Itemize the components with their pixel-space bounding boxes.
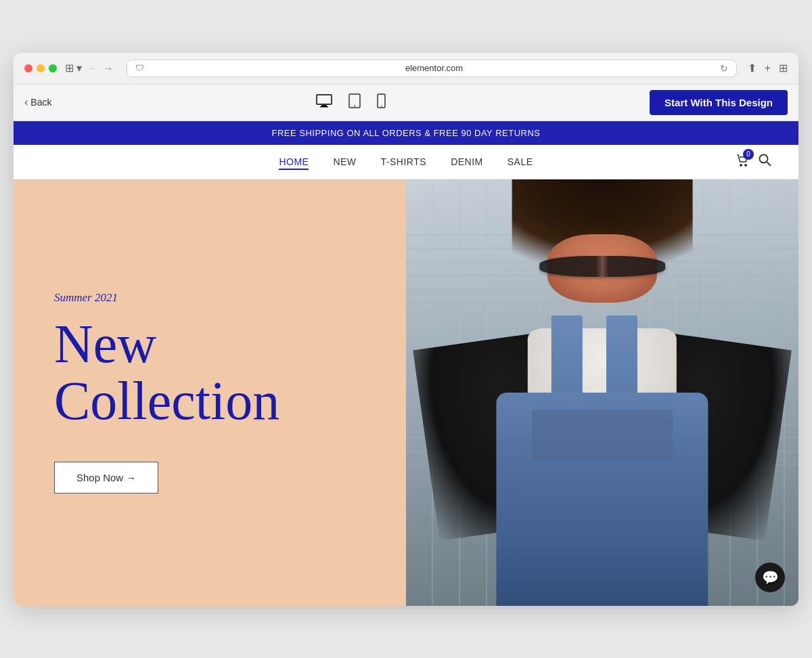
browser-actions: ⬆ + ⊞ bbox=[748, 62, 788, 74]
browser-chrome: ⊞ ▾ ← → 🛡 elementor.com ↻ ⬆ + ⊞ bbox=[14, 53, 798, 85]
nav-item-sale[interactable]: SALE bbox=[508, 156, 533, 168]
sunglasses-layer bbox=[539, 256, 665, 278]
nav-icons: 0 bbox=[735, 153, 771, 171]
svg-point-6 bbox=[380, 105, 382, 106]
model-image bbox=[406, 179, 798, 606]
start-design-button[interactable]: Start With This Design bbox=[650, 90, 788, 115]
back-label: Back bbox=[30, 97, 51, 108]
minimize-dot[interactable] bbox=[37, 64, 45, 72]
close-dot[interactable] bbox=[24, 64, 32, 72]
svg-rect-0 bbox=[317, 95, 332, 104]
nav-item-home[interactable]: HOME bbox=[279, 156, 309, 168]
chat-icon: 💬 bbox=[762, 569, 779, 586]
denim-pocket bbox=[532, 410, 673, 461]
svg-point-8 bbox=[745, 164, 746, 165]
cart-icon-wrapper[interactable]: 0 bbox=[735, 153, 750, 171]
chat-widget[interactable]: 💬 bbox=[755, 563, 785, 592]
nav-item-denim[interactable]: DENIM bbox=[451, 156, 483, 168]
forward-nav-button[interactable]: → bbox=[100, 61, 116, 75]
browser-dots bbox=[24, 64, 57, 72]
desktop-device-button[interactable] bbox=[313, 91, 335, 114]
grid-button[interactable]: ⊞ bbox=[779, 62, 788, 74]
nav-link-home[interactable]: HOME bbox=[279, 156, 309, 170]
back-button[interactable]: ‹ Back bbox=[24, 96, 51, 108]
browser-window: ⊞ ▾ ← → 🛡 elementor.com ↻ ⬆ + ⊞ ‹ Back bbox=[14, 53, 798, 606]
elementor-toolbar: ‹ Back bbox=[14, 85, 798, 121]
site-navigation: HOME NEW T-SHIRTS DENIM SALE bbox=[14, 145, 798, 179]
hero-section: Summer 2021 New Collection Shop Now → bbox=[14, 179, 798, 606]
refresh-button[interactable]: ↻ bbox=[720, 63, 728, 74]
svg-rect-2 bbox=[320, 106, 328, 108]
device-switcher bbox=[313, 91, 388, 114]
shop-now-button[interactable]: Shop Now → bbox=[54, 462, 158, 494]
nav-links-list: HOME NEW T-SHIRTS DENIM SALE bbox=[279, 156, 533, 168]
share-button[interactable]: ⬆ bbox=[748, 62, 757, 74]
hero-title-line2: Collection bbox=[54, 371, 279, 431]
nav-link-new[interactable]: NEW bbox=[333, 156, 356, 167]
url-text: elementor.com bbox=[148, 63, 719, 73]
website-content: FREE SHIPPING ON ALL ORDERS & FREE 90 DA… bbox=[14, 121, 798, 606]
search-button[interactable] bbox=[758, 153, 771, 170]
svg-line-10 bbox=[767, 162, 771, 167]
hero-left-panel: Summer 2021 New Collection Shop Now → bbox=[14, 179, 406, 606]
strap-right bbox=[606, 315, 637, 401]
svg-rect-1 bbox=[321, 105, 327, 106]
new-tab-button[interactable]: + bbox=[765, 62, 771, 74]
hero-title: New Collection bbox=[54, 315, 365, 429]
nav-link-denim[interactable]: DENIM bbox=[451, 156, 483, 167]
cart-badge: 0 bbox=[743, 149, 754, 160]
strap-left bbox=[551, 315, 583, 401]
back-arrow-icon: ‹ bbox=[24, 96, 28, 108]
hero-right-panel: 💬 bbox=[406, 179, 798, 606]
announcement-text: FREE SHIPPING ON ALL ORDERS & FREE 90 DA… bbox=[271, 128, 540, 138]
nav-item-tshirts[interactable]: T-SHIRTS bbox=[381, 156, 427, 168]
tablet-device-button[interactable] bbox=[346, 91, 363, 114]
hero-season-text: Summer 2021 bbox=[54, 291, 365, 305]
svg-point-4 bbox=[354, 105, 355, 106]
nav-link-tshirts[interactable]: T-SHIRTS bbox=[381, 156, 427, 167]
announcement-bar: FREE SHIPPING ON ALL ORDERS & FREE 90 DA… bbox=[14, 121, 798, 145]
svg-point-7 bbox=[740, 164, 742, 165]
mobile-device-button[interactable] bbox=[374, 91, 388, 114]
back-nav-button[interactable]: ← bbox=[85, 61, 100, 75]
address-bar[interactable]: 🛡 elementor.com ↻ bbox=[127, 60, 736, 77]
sidebar-toggle-button[interactable]: ⊞ ▾ bbox=[65, 62, 82, 74]
shield-icon: 🛡 bbox=[135, 63, 144, 73]
search-icon bbox=[758, 153, 771, 167]
nav-item-new[interactable]: NEW bbox=[333, 156, 356, 168]
svg-point-9 bbox=[760, 155, 768, 163]
maximize-dot[interactable] bbox=[49, 64, 57, 72]
nav-link-sale[interactable]: SALE bbox=[508, 156, 533, 167]
browser-titlebar: ⊞ ▾ ← → 🛡 elementor.com ↻ ⬆ + ⊞ bbox=[24, 60, 788, 77]
hero-title-line1: New bbox=[54, 314, 156, 374]
